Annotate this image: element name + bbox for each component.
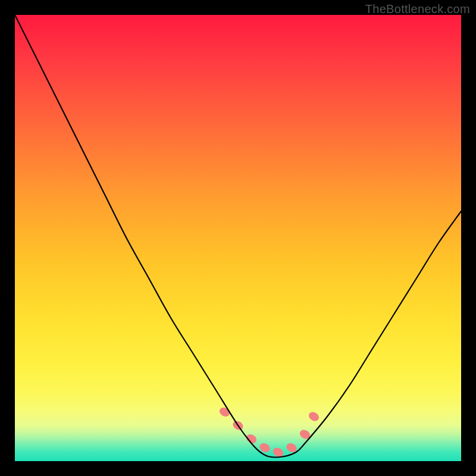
curve-layer xyxy=(15,15,461,461)
marker-group xyxy=(218,406,321,459)
bottleneck-curve-path xyxy=(15,15,461,457)
chart-frame: TheBottleneck.com xyxy=(0,0,476,476)
watermark-text: TheBottleneck.com xyxy=(365,2,470,16)
highlight-marker xyxy=(307,410,321,422)
plot-area xyxy=(15,15,461,461)
